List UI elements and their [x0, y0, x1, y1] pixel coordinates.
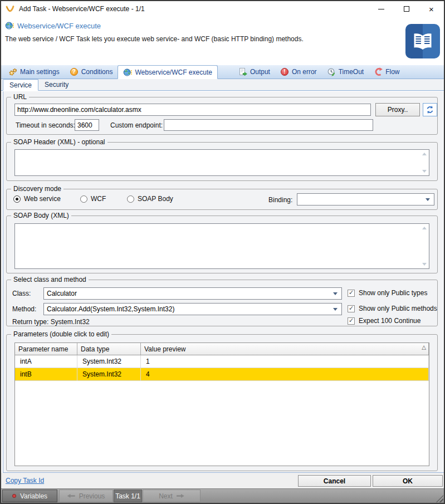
class-method-group: Select class and method Class: Calculato… [6, 280, 438, 326]
radio-label: Web service [24, 195, 61, 203]
previous-task-button[interactable]: Previous [59, 490, 113, 502]
cancel-button[interactable]: Cancel [298, 475, 371, 487]
main-tabstrip: Main settings ? Conditions Webservice/WC… [1, 65, 444, 79]
minimize-button[interactable] [369, 1, 394, 17]
parameters-group-label: Parameters (double click to edit) [11, 330, 111, 338]
tab-label: Conditions [81, 68, 113, 76]
subtab-security[interactable]: Security [38, 79, 75, 90]
close-button[interactable]: × [419, 1, 444, 17]
window-title: Add Task - Webservice/WCF execute - 1/1 [19, 5, 145, 13]
subtab-service[interactable]: Service [3, 79, 38, 91]
parameters-table: Parameter name Data type Value preview △… [14, 342, 429, 466]
variables-button[interactable]: Variables [2, 490, 57, 502]
soap-header-textarea[interactable] [14, 149, 429, 176]
checkbox-label: Expect 100 Continue [359, 317, 420, 325]
variables-label: Variables [20, 492, 47, 500]
service-tab-page: URL Proxy.. Timeout in seconds: Custom e… [3, 91, 444, 473]
timeout-input[interactable] [75, 119, 99, 131]
radio-label: WCF [91, 195, 106, 203]
custom-endpoint-input[interactable] [164, 119, 373, 131]
return-type-text: Return type: System.Int32 [12, 318, 90, 326]
tab-main-settings[interactable]: Main settings [3, 65, 65, 79]
tab-conditions[interactable]: ? Conditions [65, 65, 118, 79]
parameters-group: Parameters (double click to edit) Parame… [6, 334, 438, 471]
class-value: Calculator [47, 290, 333, 297]
refresh-button[interactable] [423, 103, 437, 116]
refresh-icon [426, 105, 434, 114]
checkbox-label: Show only Public types [359, 289, 427, 297]
tab-label: Output [250, 68, 270, 76]
dropdown-arrow-icon [333, 308, 338, 311]
subtab-label: Security [45, 81, 69, 89]
checkbox-show-public-types[interactable]: Show only Public types [348, 289, 427, 297]
radio-wcf[interactable]: WCF [80, 195, 106, 203]
task-indicator-label: Task 1/1 [115, 492, 140, 500]
next-label: Next [159, 492, 173, 500]
method-value: Calculator.Add(System.Int32,System.Int32… [47, 305, 333, 313]
column-header-label: Value preview [144, 345, 185, 353]
checkbox-show-public-methods[interactable]: Show only Public methods [348, 305, 437, 312]
next-task-button[interactable]: Next [143, 490, 201, 502]
window-controls: × [369, 1, 444, 17]
globe-icon [123, 68, 132, 77]
maximize-button[interactable] [394, 1, 419, 17]
radio-label: SOAP Body [138, 195, 173, 203]
scroll-down-icon[interactable] [422, 263, 427, 266]
sort-indicator-icon: △ [422, 344, 426, 350]
cell-parameter-name: intA [15, 355, 77, 368]
tab-flow[interactable]: Flow [369, 65, 404, 79]
discovery-mode-group: Discovery mode Web service WCF SOAP Body… [6, 189, 438, 210]
tab-on-error[interactable]: ! On error [275, 65, 322, 79]
scroll-up-icon[interactable] [422, 153, 427, 155]
radio-icon [80, 195, 87, 203]
parameters-table-header: Parameter name Data type Value preview △ [15, 343, 429, 355]
arrow-right-icon [177, 494, 184, 498]
column-header-value-preview[interactable]: Value preview △ [141, 343, 429, 355]
proxy-button[interactable]: Proxy.. [375, 103, 420, 116]
copy-task-id-link[interactable]: Copy Task Id [6, 477, 44, 485]
maximize-icon [404, 6, 409, 12]
url-input[interactable] [14, 104, 371, 116]
tab-timeout[interactable]: TimeOut [322, 65, 369, 79]
binding-label: Binding: [268, 196, 292, 204]
webservice-globe-icon [5, 21, 14, 30]
checkbox-icon [348, 317, 355, 325]
sub-tabstrip: Service Security [1, 79, 444, 91]
soap-header-group-label: SOAP Header (XML) - optional [11, 138, 107, 146]
tab-output[interactable]: Output [233, 65, 275, 79]
tab-label: Webservice/WCF execute [135, 68, 212, 76]
table-row-selected[interactable]: intB System.Int32 4 [15, 368, 429, 381]
radio-web-service[interactable]: Web service [13, 195, 61, 203]
red-dot-icon [12, 494, 16, 498]
column-header-parameter-name[interactable]: Parameter name [15, 343, 77, 355]
previous-label: Previous [79, 492, 105, 500]
dropdown-arrow-icon [426, 198, 430, 201]
table-row[interactable]: intA System.Int32 1 [15, 355, 429, 368]
tab-label: Main settings [20, 68, 60, 76]
cell-value-preview: 1 [141, 355, 429, 368]
cell-value-preview: 4 [141, 368, 429, 380]
method-select[interactable]: Calculator.Add(System.Int32,System.Int32… [43, 303, 342, 315]
tab-webservice-wcf-execute[interactable]: Webservice/WCF execute [118, 65, 218, 79]
scroll-up-icon[interactable] [422, 227, 427, 229]
documentation-book-icon[interactable] [405, 24, 440, 58]
task-indicator: Task 1/1 [114, 490, 142, 502]
column-header-data-type[interactable]: Data type [77, 343, 141, 355]
ok-button[interactable]: OK [373, 475, 443, 487]
class-group-label: Select class and method [11, 276, 89, 283]
soap-body-group-label: SOAP Body (XML) [11, 212, 71, 219]
binding-select[interactable] [297, 193, 434, 205]
resize-grip[interactable] [436, 495, 443, 502]
task-description: The web service / WCF Task lets you exec… [5, 35, 304, 43]
add-task-dialog: Add Task - Webservice/WCF execute - 1/1 … [0, 0, 445, 504]
cell-parameter-name: intB [15, 368, 77, 380]
checkbox-expect-100-continue[interactable]: Expect 100 Continue [348, 317, 420, 325]
radio-soap-body[interactable]: SOAP Body [127, 195, 173, 203]
class-select[interactable]: Calculator [43, 287, 342, 300]
tab-label: TimeOut [339, 68, 364, 76]
scroll-down-icon[interactable] [422, 170, 427, 173]
soap-body-textarea[interactable] [14, 223, 429, 269]
custom-endpoint-label: Custom endpoint: [110, 121, 163, 129]
question-icon: ? [70, 67, 79, 76]
error-icon: ! [280, 67, 289, 76]
